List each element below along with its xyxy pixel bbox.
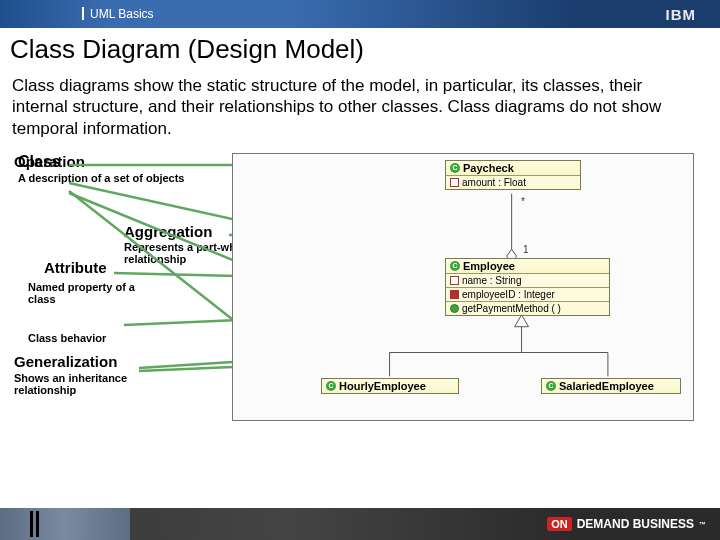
demand-text: DEMAND BUSINESS bbox=[577, 517, 694, 531]
operation-icon bbox=[450, 304, 459, 313]
class-icon bbox=[546, 381, 556, 391]
diagram-area: Class A description of a set of objects … bbox=[14, 153, 706, 443]
attribute-text: amount : Float bbox=[462, 177, 526, 188]
class-icon bbox=[450, 261, 460, 271]
label-attribute-desc: Named property of a class bbox=[28, 281, 158, 306]
footer-bar: ON DEMAND BUSINESS ™ bbox=[0, 508, 720, 540]
on-badge: ON bbox=[547, 517, 572, 531]
attribute-icon bbox=[450, 178, 459, 187]
header-bar: UML Basics IBM bbox=[0, 0, 720, 28]
label-attribute: Attribute bbox=[44, 259, 107, 276]
private-attribute-icon bbox=[450, 290, 459, 299]
class-icon bbox=[326, 381, 336, 391]
class-name: HourlyEmployee bbox=[339, 380, 426, 392]
label-class-desc: A description of a set of objects bbox=[18, 172, 184, 185]
class-name: Employee bbox=[463, 260, 515, 272]
attribute-text: name : String bbox=[462, 275, 521, 286]
class-box-salaried: SalariedEmployee bbox=[541, 378, 681, 394]
label-class: Class A description of a set of objects bbox=[18, 153, 184, 185]
trademark-symbol: ™ bbox=[699, 521, 706, 528]
attribute-icon bbox=[450, 276, 459, 285]
class-name: Paycheck bbox=[463, 162, 514, 174]
attribute-text: employeeID : Integer bbox=[462, 289, 555, 300]
generalization-triangle bbox=[515, 315, 529, 327]
label-class-title: Class bbox=[18, 153, 184, 171]
on-demand-business-logo: ON DEMAND BUSINESS ™ bbox=[547, 517, 706, 531]
breadcrumb: UML Basics bbox=[90, 7, 154, 21]
label-operation-desc: Class behavior bbox=[28, 332, 106, 344]
class-icon bbox=[450, 163, 460, 173]
multiplicity-one: 1 bbox=[523, 244, 529, 255]
label-generalization-desc: Shows an inheritance relationship bbox=[14, 372, 154, 397]
body-paragraph: Class diagrams show the static structure… bbox=[0, 71, 720, 145]
class-box-hourly: HourlyEmployee bbox=[321, 378, 459, 394]
class-name: SalariedEmployee bbox=[559, 380, 654, 392]
page-title: Class Diagram (Design Model) bbox=[0, 28, 720, 71]
header-divider bbox=[82, 7, 84, 20]
class-box-employee: Employee name : String employeeID : Inte… bbox=[445, 258, 610, 316]
ibm-logo: IBM bbox=[666, 6, 697, 23]
operation-text: getPaymentMethod ( ) bbox=[462, 303, 561, 314]
class-box-paycheck: Paycheck amount : Float bbox=[445, 160, 581, 190]
label-generalization-title: Generalization bbox=[14, 353, 117, 370]
label-attribute-title: Attribute bbox=[44, 259, 107, 276]
uml-canvas: * 1 Paycheck amount : Float Employee nam… bbox=[232, 153, 694, 421]
multiplicity-star: * bbox=[521, 196, 525, 207]
footer-graphic bbox=[0, 508, 130, 540]
